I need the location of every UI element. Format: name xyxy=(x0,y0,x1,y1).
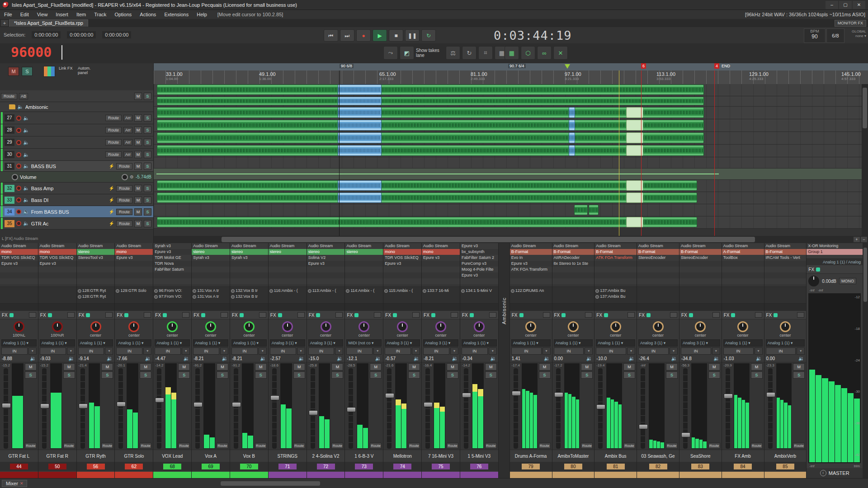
send-row[interactable]: 131:Vox A tr xyxy=(192,294,230,300)
fx-slot[interactable]: Audio Stream xyxy=(637,243,679,249)
fx-slot[interactable]: Epure v3 xyxy=(153,249,191,255)
fader-track[interactable] xyxy=(641,368,645,449)
strip-number[interactable]: 81 xyxy=(607,464,625,469)
fx-slot[interactable]: Group 1 xyxy=(807,249,863,255)
fader-track[interactable] xyxy=(195,368,200,449)
send-row[interactable]: 134:1 5-Mini V xyxy=(460,288,498,294)
master-pan-knob[interactable] xyxy=(808,276,819,286)
mute-button[interactable]: M xyxy=(134,220,142,227)
ruler-bar-label[interactable]: 65.1.002:17.333 xyxy=(379,71,396,81)
strip-name[interactable]: SeaShore xyxy=(679,450,722,462)
strip-name[interactable]: GTR Fat L xyxy=(0,450,38,462)
input-arrow-button[interactable]: ▾ xyxy=(182,347,190,355)
speaker-icon[interactable]: 🔉 xyxy=(107,356,113,361)
mute-button[interactable]: M xyxy=(331,363,343,371)
track-name[interactable]: BASS BUS xyxy=(31,164,107,169)
mute-button[interactable]: M xyxy=(751,363,763,371)
fx-enabled-led[interactable] xyxy=(816,267,820,272)
strip-name[interactable]: 1 6-B-3 V xyxy=(345,450,383,462)
master-trim-label[interactable]: trim xyxy=(854,464,860,468)
volume-readout[interactable]: -9.03 xyxy=(40,356,51,361)
speaker-icon[interactable]: 🔉 xyxy=(145,356,151,361)
master-volume-readout[interactable]: 0.00dB xyxy=(822,279,836,284)
pan-knob[interactable] xyxy=(780,321,791,332)
input-selector[interactable]: Analog 1 (1) ▾ xyxy=(462,339,497,347)
solo-button[interactable]: S xyxy=(293,371,305,379)
fader-track[interactable] xyxy=(234,368,238,449)
fx-slot[interactable]: Audio Stream xyxy=(115,243,153,249)
master-name[interactable]: iMASTER xyxy=(807,468,863,478)
fx-slot[interactable]: 8x Stereo to 1x Ste xyxy=(552,261,594,267)
strip-number[interactable]: 83 xyxy=(691,464,709,469)
input-arrow-button[interactable]: ▾ xyxy=(712,347,720,355)
master-mono-button[interactable]: MONO xyxy=(839,278,856,284)
track-number[interactable]: 28 xyxy=(5,127,14,134)
route-button[interactable]: Route xyxy=(666,443,678,449)
arrange-lane-32[interactable] xyxy=(154,180,868,192)
timeline-marker[interactable]: 4 xyxy=(714,63,719,69)
fx-enabled-led[interactable] xyxy=(316,313,320,317)
speaker-icon[interactable]: 🔈 xyxy=(23,140,29,145)
speaker-icon[interactable]: 🔉 xyxy=(260,356,266,361)
media-item-light[interactable] xyxy=(626,132,643,143)
fx-slot[interactable]: FabFilter Saturn 2 xyxy=(460,255,498,261)
arrange-mode-label[interactable]: Arr xyxy=(123,115,132,121)
strip-number[interactable]: 85 xyxy=(776,464,794,469)
fx-slot[interactable]: B-Format xyxy=(510,249,552,255)
speaker-icon[interactable]: 🔉 xyxy=(413,356,420,361)
solo-button[interactable]: S xyxy=(144,163,151,170)
send-row[interactable]: 132:Vox B tr xyxy=(230,288,268,294)
fx-slot[interactable]: mono xyxy=(38,249,76,255)
route-button[interactable]: Route xyxy=(105,139,122,145)
fx-slot[interactable]: PureComp v3 xyxy=(460,261,498,267)
menu-extensions[interactable]: Extensions xyxy=(160,11,193,18)
strip-number[interactable]: 68 xyxy=(163,464,181,469)
input-selector[interactable]: Analog 3 (1) ▾ xyxy=(308,339,344,347)
time-signature-display[interactable]: 6/8 xyxy=(826,28,844,43)
strip-number[interactable]: 82 xyxy=(649,464,667,469)
fx-enabled-led[interactable] xyxy=(731,313,735,317)
fader-handle[interactable] xyxy=(79,404,88,408)
input-monitor-button[interactable]: IN xyxy=(116,347,142,355)
input-monitor-button[interactable]: IN xyxy=(231,347,258,355)
fx-bypass-button[interactable] xyxy=(412,312,420,318)
fx-chain-list[interactable]: Audio StreamB-FormatIRCAM Tools - Vert xyxy=(764,243,807,287)
fx-bypass-button[interactable] xyxy=(543,312,550,318)
input-monitor-button[interactable]: IN xyxy=(40,347,66,355)
input-monitor-button[interactable]: IN xyxy=(78,347,104,355)
volume-readout[interactable]: -9.14 xyxy=(79,356,89,361)
fx-button[interactable]: FX xyxy=(639,313,645,318)
route-button[interactable]: Route xyxy=(63,443,75,449)
arrange-lane-Volume[interactable] xyxy=(154,169,868,180)
fx-slot[interactable]: Audio Stream xyxy=(510,243,552,249)
volume-readout[interactable]: -34.8 xyxy=(681,356,692,361)
mute-button[interactable]: M xyxy=(623,363,635,371)
mute-button[interactable]: M xyxy=(134,163,142,170)
mute-button[interactable]: M xyxy=(370,363,382,371)
strip-number[interactable]: 76 xyxy=(470,464,488,469)
input-arrow-button[interactable]: ▾ xyxy=(755,347,763,355)
fx-slot[interactable]: Audio Stream xyxy=(764,243,807,249)
input-arrow-button[interactable]: ▾ xyxy=(797,347,805,355)
send-row[interactable]: 137:Ambix Bu xyxy=(594,294,637,300)
fx-slot[interactable]: Epure v3 xyxy=(307,261,345,267)
speaker-icon[interactable]: 🔉 xyxy=(337,356,343,361)
media-item-blue[interactable] xyxy=(338,84,382,95)
input-arrow-button[interactable]: ▾ xyxy=(585,347,593,355)
input-monitor-button[interactable]: IN xyxy=(766,347,796,355)
strip-name[interactable]: AmbixVerb xyxy=(764,450,807,462)
bpm-display[interactable]: BPM 90 xyxy=(804,28,826,43)
record-arm-icon[interactable] xyxy=(16,197,21,202)
stop-button[interactable]: ■ xyxy=(389,29,403,42)
strip-name[interactable]: GTR Ryth xyxy=(77,450,115,462)
volume-readout[interactable]: 1.41 xyxy=(512,356,520,361)
route-button[interactable]: Route xyxy=(25,443,37,449)
arrange-mode-label[interactable]: Arr xyxy=(123,139,132,145)
media-item-blue[interactable] xyxy=(338,145,382,156)
fx-slot[interactable]: Audio Stream xyxy=(0,243,38,249)
master-mute-button[interactable]: M xyxy=(8,67,19,76)
fx-slot[interactable]: B-Format xyxy=(594,249,637,255)
media-item-blue[interactable] xyxy=(338,192,382,203)
tcp-track-33[interactable]: 33🔈Bass DI⚡RouteMS xyxy=(0,194,153,206)
fx-slot[interactable]: Epure v3 xyxy=(460,272,498,278)
